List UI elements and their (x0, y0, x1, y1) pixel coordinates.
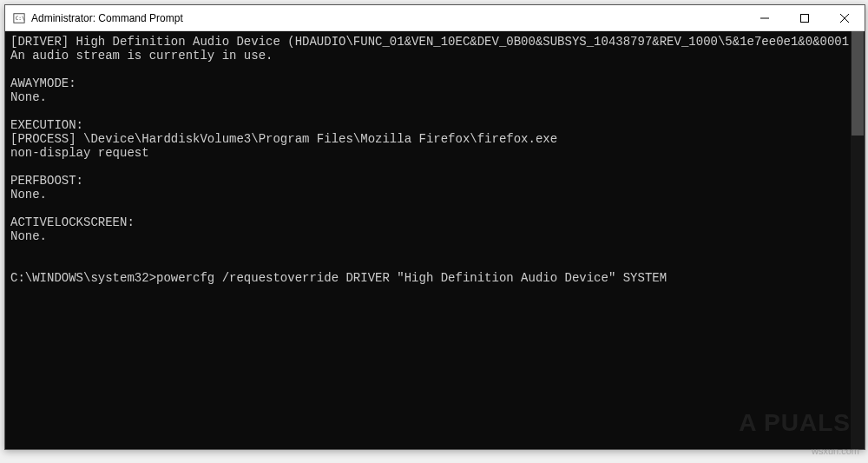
svg-text:C:\: C:\ (16, 14, 25, 20)
titlebar[interactable]: C:\ Administrator: Command Prompt (5, 5, 865, 31)
vertical-scrollbar[interactable] (851, 31, 865, 449)
command-prompt-window: C:\ Administrator: Command Prompt [DRIVE… (4, 4, 865, 450)
prompt: C:\WINDOWS\system32> (10, 271, 156, 285)
svg-rect-3 (801, 14, 809, 22)
minimize-button[interactable] (745, 5, 785, 30)
maximize-button[interactable] (785, 5, 825, 30)
watermark-logo: A PUALS (739, 409, 851, 437)
terminal-output[interactable]: [DRIVER] High Definition Audio Device (H… (5, 31, 851, 449)
window-controls (745, 5, 865, 30)
watermark-text: wsxun.com (812, 446, 859, 456)
scrollbar-thumb[interactable] (852, 31, 864, 136)
command-input[interactable]: powercfg /requestoverride DRIVER "High D… (156, 271, 667, 285)
cmd-icon: C:\ (12, 11, 26, 25)
terminal-body: [DRIVER] High Definition Audio Device (H… (5, 31, 865, 449)
output-text: [DRIVER] High Definition Audio Device (H… (10, 35, 851, 243)
window-title: Administrator: Command Prompt (31, 12, 745, 24)
close-button[interactable] (825, 5, 865, 30)
